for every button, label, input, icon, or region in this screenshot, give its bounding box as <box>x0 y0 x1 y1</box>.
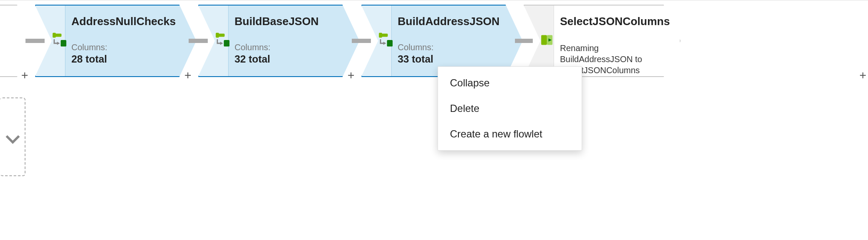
svg-rect-11 <box>387 40 392 46</box>
svg-marker-2 <box>57 42 60 45</box>
node-buildbasejson[interactable]: BuildBaseJSON Columns: 32 total <box>198 5 359 77</box>
svg-rect-12 <box>541 35 546 45</box>
node-icon-column <box>524 6 554 76</box>
svg-rect-5 <box>215 33 219 37</box>
menu-item-new-flowlet[interactable]: Create a new flowlet <box>438 121 582 147</box>
node-icon-column <box>36 6 65 76</box>
menu-item-collapse[interactable]: Collapse <box>438 70 582 96</box>
svg-rect-3 <box>60 40 66 46</box>
add-step-button[interactable]: + <box>860 69 866 82</box>
derived-column-icon <box>214 33 230 49</box>
svg-marker-10 <box>383 42 386 45</box>
columns-label: Columns: <box>235 43 333 52</box>
add-step-button[interactable]: + <box>348 69 354 82</box>
svg-rect-7 <box>223 40 229 46</box>
add-step-button[interactable]: + <box>184 69 191 82</box>
node-title: SelectJSONColumns <box>560 15 656 28</box>
node-content: BuildBaseJSON Columns: 32 total <box>229 6 356 76</box>
node-title: AddressNullChecks <box>71 15 172 28</box>
derived-column-icon <box>51 33 67 49</box>
node-content: BuildAddressJSON Columns: 33 total <box>392 6 522 76</box>
add-step-button[interactable]: + <box>21 69 28 82</box>
derived-column-icon <box>377 33 393 49</box>
node-content: SelectJSONColumns Renaming BuildAddressJ… <box>554 6 680 76</box>
select-icon <box>540 32 556 50</box>
context-menu: Collapse Delete Create a new flowlet <box>438 66 582 151</box>
columns-value: 28 total <box>71 53 172 65</box>
svg-rect-9 <box>379 33 382 37</box>
node-icon-column <box>362 6 392 76</box>
columns-label: Columns: <box>71 43 172 52</box>
columns-value: 32 total <box>235 53 333 65</box>
menu-item-delete[interactable]: Delete <box>438 96 582 121</box>
chevron-down-icon[interactable] <box>1 127 24 151</box>
dataflow-canvas[interactable]: + AddressNullChecks Columns: 28 total <box>0 0 868 240</box>
columns-value: 33 total <box>398 53 498 65</box>
columns-label: Columns: <box>398 43 498 52</box>
svg-rect-1 <box>52 33 56 37</box>
node-icon-column <box>199 6 229 76</box>
node-title: BuildBaseJSON <box>235 15 333 28</box>
node-addressnullchecks[interactable]: AddressNullChecks Columns: 28 total <box>35 5 196 77</box>
svg-marker-6 <box>220 42 223 45</box>
node-content: AddressNullChecks Columns: 28 total <box>65 6 195 76</box>
node-title: BuildAddressJSON <box>398 15 498 28</box>
